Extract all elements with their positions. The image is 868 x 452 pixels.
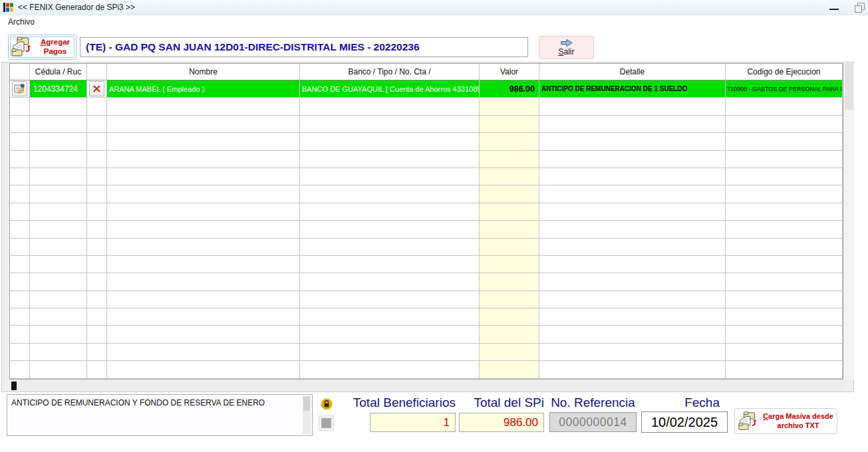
cell-empty (30, 239, 87, 256)
descripcion-scrollbar[interactable] (303, 396, 311, 434)
col-header-blank-left (10, 64, 30, 80)
grid-body: 1204334724ARANA MABEL ( Empleado )BANCO … (10, 80, 843, 379)
cell-empty (300, 168, 480, 185)
cell-empty (539, 221, 726, 238)
cell-banco: BANCO DE GUAYAQUIL [ Cuenta de Ahorros 4… (300, 80, 480, 98)
cell-empty (539, 273, 726, 290)
grid-row-empty (10, 273, 843, 290)
fecha-field[interactable]: 10/02/2025 (641, 411, 728, 433)
cell-cedula: 1204334724 (30, 80, 87, 98)
descripcion-text: ANTICIPO DE REMUNERACION Y FONDO DE RESE… (11, 398, 265, 407)
horizontal-scroll-thumb[interactable] (11, 382, 17, 390)
cell-empty (30, 221, 87, 238)
color-swatch-button[interactable] (319, 415, 334, 431)
cell-empty (107, 326, 300, 343)
cell-empty (87, 168, 107, 185)
total-spi-label: Total del SPi (459, 396, 544, 410)
restore-button[interactable] (851, 0, 868, 15)
row-edit-button[interactable] (12, 81, 27, 96)
cell-empty (107, 116, 300, 133)
grid-row[interactable]: 1204334724ARANA MABEL ( Empleado )BANCO … (10, 80, 843, 98)
grid-horizontal-scrollbar[interactable] (9, 381, 843, 391)
cell-empty (107, 361, 300, 378)
cell-empty (87, 221, 107, 238)
cell-empty (107, 203, 300, 221)
cell-empty (480, 273, 539, 290)
cell-empty (30, 308, 87, 326)
cell-empty (300, 203, 480, 221)
grid-vertical-scrollbar[interactable] (844, 63, 854, 380)
cell-empty (480, 98, 539, 115)
total-beneficiarios-field: 1 (370, 413, 456, 432)
cell-empty (30, 133, 87, 150)
cell-empty (30, 203, 87, 221)
cell-empty (539, 185, 726, 203)
cell-empty (726, 239, 843, 256)
cell-codigo: 710000 - GASTOS DE PERSONAL PARA INVERSI (726, 80, 843, 98)
cell-edit (10, 80, 30, 98)
cell-empty (10, 98, 30, 115)
referencia-field: 0000000014 (549, 412, 637, 432)
col-header-cedula: Cédula / Ruc (30, 64, 87, 80)
cell-empty (539, 168, 726, 185)
cell-empty (107, 344, 300, 361)
cell-empty (726, 308, 843, 326)
carga-masiva-folders-icon (738, 411, 760, 432)
grid-row-empty (10, 221, 843, 238)
payments-grid[interactable]: Cédula / RucNombreBanco / Tipo / No. Cta… (9, 63, 843, 380)
cell-empty (300, 151, 480, 168)
cell-empty (539, 116, 726, 133)
title-bar: << FENIX Generador de SPi3 >> (0, 0, 868, 15)
salir-button[interactable]: Salir (539, 36, 594, 59)
payments-grid-widget: Cédula / RucNombreBanco / Tipo / No. Cta… (1, 62, 854, 392)
cell-empty (10, 256, 30, 273)
grid-row-empty (10, 133, 843, 150)
cell-empty (539, 98, 726, 115)
grid-row-empty (10, 203, 843, 221)
grid-row-empty (10, 185, 843, 203)
cell-empty (480, 116, 539, 133)
cell-empty (87, 344, 107, 361)
cell-empty (300, 98, 480, 115)
descripcion-textarea[interactable]: ANTICIPO DE REMUNERACION Y FONDO DE RESE… (7, 394, 313, 436)
minimize-button[interactable] (825, 0, 843, 15)
cell-empty (726, 326, 843, 343)
vertical-scroll-thumb[interactable] (845, 63, 853, 110)
grid-row-empty (10, 168, 843, 185)
exit-arrow-icon (560, 39, 573, 47)
grid-row-empty (10, 98, 843, 115)
cell-empty (300, 116, 480, 133)
cell-empty (87, 151, 107, 168)
cell-empty (87, 308, 107, 326)
cell-empty (726, 98, 843, 115)
fenix-window: << FENIX Generador de SPi3 >> Archivo Ag… (0, 0, 868, 452)
cell-empty (539, 326, 726, 343)
cell-empty (107, 308, 300, 326)
cell-empty (539, 344, 726, 361)
cell-empty (30, 291, 87, 308)
cell-empty (726, 168, 843, 185)
cell-empty (10, 239, 30, 256)
cell-empty (300, 133, 480, 150)
cell-empty (87, 203, 107, 221)
agregar-pagos-button[interactable]: Agregar Pagos (8, 35, 76, 60)
cell-empty (10, 273, 30, 290)
grid-row-empty (10, 116, 843, 133)
cell-empty (107, 291, 300, 308)
cell-empty (10, 291, 30, 308)
cell-empty (87, 133, 107, 150)
cell-empty (107, 185, 300, 203)
carga-masiva-button[interactable]: Carga Masiva desde archivo TXT (734, 408, 837, 434)
cell-empty (87, 116, 107, 133)
cell-empty (726, 344, 843, 361)
row-delete-button[interactable] (89, 81, 104, 96)
grid-row-empty (10, 326, 843, 343)
entity-name-field[interactable]: (TE) - GAD PQ SAN JUAN 12D01-DIREC-DISTR… (80, 37, 528, 57)
cell-empty (480, 133, 539, 150)
carga-masiva-label: Carga Masiva desde archivo TXT (762, 412, 834, 429)
cell-empty (87, 239, 107, 256)
cell-empty (300, 273, 480, 290)
menu-archivo[interactable]: Archivo (5, 17, 37, 27)
cell-empty (87, 361, 107, 378)
cell-empty (30, 185, 87, 203)
